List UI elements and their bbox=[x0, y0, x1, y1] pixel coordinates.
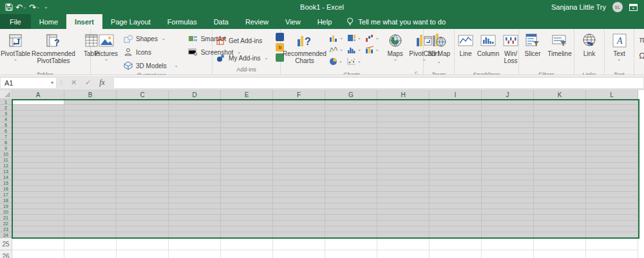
cell-H2[interactable] bbox=[377, 105, 430, 111]
cell-K10[interactable] bbox=[534, 151, 586, 157]
cell-D11[interactable] bbox=[169, 157, 221, 163]
shapes-button[interactable]: Shapes ⌄ bbox=[121, 33, 180, 44]
cell-J21[interactable] bbox=[482, 215, 534, 221]
row-header-21[interactable]: 21 bbox=[0, 215, 12, 221]
cell-A26[interactable] bbox=[12, 250, 64, 258]
cell-G24[interactable] bbox=[325, 232, 377, 238]
cell-G3[interactable] bbox=[325, 111, 377, 116]
cell-H6[interactable] bbox=[377, 128, 430, 134]
cell-C17[interactable] bbox=[117, 192, 169, 198]
cell-C10[interactable] bbox=[117, 151, 169, 157]
cell-A10[interactable] bbox=[12, 151, 64, 157]
cell-B6[interactable] bbox=[64, 128, 117, 134]
cell-B7[interactable] bbox=[64, 134, 117, 140]
cell-B23[interactable] bbox=[64, 226, 117, 232]
cell-H5[interactable] bbox=[377, 122, 430, 128]
cell-J6[interactable] bbox=[482, 128, 534, 134]
undo-button[interactable]: ↶⌄ bbox=[15, 3, 26, 12]
cell-E18[interactable] bbox=[221, 198, 273, 203]
row-header-7[interactable]: 7 bbox=[0, 134, 12, 140]
cell-G21[interactable] bbox=[325, 215, 377, 221]
cell-A3[interactable] bbox=[12, 111, 64, 116]
cell-G19[interactable] bbox=[325, 203, 377, 209]
cell-A7[interactable] bbox=[12, 134, 64, 140]
cell-B3[interactable] bbox=[64, 111, 117, 116]
insert-pie-chart-button[interactable]: ⌄ bbox=[328, 55, 345, 67]
cell-D19[interactable] bbox=[169, 203, 221, 209]
cell-H11[interactable] bbox=[377, 157, 430, 163]
cell-B1[interactable] bbox=[64, 99, 117, 105]
cell-E9[interactable] bbox=[221, 145, 273, 151]
cell-A13[interactable] bbox=[12, 169, 64, 174]
cell-I15[interactable] bbox=[430, 180, 482, 186]
insert-combo-chart-button[interactable]: ⌄ bbox=[364, 44, 381, 55]
cell-H8[interactable] bbox=[377, 140, 430, 145]
cell-K9[interactable] bbox=[534, 145, 586, 151]
timeline-button[interactable]: Timeline bbox=[545, 31, 574, 71]
cell-C16[interactable] bbox=[117, 186, 169, 192]
formula-input[interactable] bbox=[113, 77, 644, 89]
cell-A1[interactable] bbox=[12, 99, 64, 105]
cell-L4[interactable] bbox=[586, 116, 638, 122]
cell-G22[interactable] bbox=[325, 221, 377, 226]
sparkline-column-button[interactable]: Column bbox=[476, 31, 500, 71]
row-header-26[interactable]: 26 bbox=[0, 250, 12, 258]
cell-D10[interactable] bbox=[169, 151, 221, 157]
cell-K23[interactable] bbox=[534, 226, 586, 232]
cell-E5[interactable] bbox=[221, 122, 273, 128]
cell-I17[interactable] bbox=[430, 192, 482, 198]
cell-I21[interactable] bbox=[430, 215, 482, 221]
cell-L7[interactable] bbox=[586, 134, 638, 140]
cell-I13[interactable] bbox=[430, 169, 482, 174]
cell-J15[interactable] bbox=[482, 180, 534, 186]
cell-C26[interactable] bbox=[117, 250, 169, 258]
cell-F21[interactable] bbox=[273, 215, 325, 221]
cell-K2[interactable] bbox=[534, 105, 586, 111]
cell-F3[interactable] bbox=[273, 111, 325, 116]
cell-C18[interactable] bbox=[117, 198, 169, 203]
cell-L18[interactable] bbox=[586, 198, 638, 203]
column-header-I[interactable]: I bbox=[430, 90, 482, 99]
cell-D9[interactable] bbox=[169, 145, 221, 151]
cell-H12[interactable] bbox=[377, 163, 430, 169]
cell-I11[interactable] bbox=[430, 157, 482, 163]
row-header-4[interactable]: 4 bbox=[0, 116, 12, 122]
cell-I24[interactable] bbox=[430, 232, 482, 238]
cell-H16[interactable] bbox=[377, 186, 430, 192]
column-header-F[interactable]: F bbox=[273, 90, 325, 99]
cell-G25[interactable] bbox=[325, 238, 377, 250]
cell-L23[interactable] bbox=[586, 226, 638, 232]
cell-L16[interactable] bbox=[586, 186, 638, 192]
cell-L19[interactable] bbox=[586, 203, 638, 209]
cell-J11[interactable] bbox=[482, 157, 534, 163]
cell-F23[interactable] bbox=[273, 226, 325, 232]
cell-D26[interactable] bbox=[169, 250, 221, 258]
tab-home[interactable]: Home bbox=[31, 14, 66, 29]
cell-G7[interactable] bbox=[325, 134, 377, 140]
cell-D18[interactable] bbox=[169, 198, 221, 203]
cell-B24[interactable] bbox=[64, 232, 117, 238]
cell-G23[interactable] bbox=[325, 226, 377, 232]
column-header-H[interactable]: H bbox=[377, 90, 430, 99]
cell-G20[interactable] bbox=[325, 209, 377, 215]
row-header-9[interactable]: 9 bbox=[0, 145, 12, 151]
cell-F10[interactable] bbox=[273, 151, 325, 157]
cell-F26[interactable] bbox=[273, 250, 325, 258]
link-button[interactable]: Link bbox=[576, 31, 602, 71]
cell-J10[interactable] bbox=[482, 151, 534, 157]
cell-G5[interactable] bbox=[325, 122, 377, 128]
cell-F4[interactable] bbox=[273, 116, 325, 122]
cell-B21[interactable] bbox=[64, 215, 117, 221]
row-header-8[interactable]: 8 bbox=[0, 140, 12, 145]
cell-G10[interactable] bbox=[325, 151, 377, 157]
cell-J25[interactable] bbox=[482, 238, 534, 250]
cell-I19[interactable] bbox=[430, 203, 482, 209]
cell-F13[interactable] bbox=[273, 169, 325, 174]
insert-column-chart-button[interactable]: ⌄ bbox=[328, 32, 345, 44]
cell-F19[interactable] bbox=[273, 203, 325, 209]
cell-F22[interactable] bbox=[273, 221, 325, 226]
cell-L15[interactable] bbox=[586, 180, 638, 186]
cell-B2[interactable] bbox=[64, 105, 117, 111]
cell-K7[interactable] bbox=[534, 134, 586, 140]
cell-K25[interactable] bbox=[534, 238, 586, 250]
